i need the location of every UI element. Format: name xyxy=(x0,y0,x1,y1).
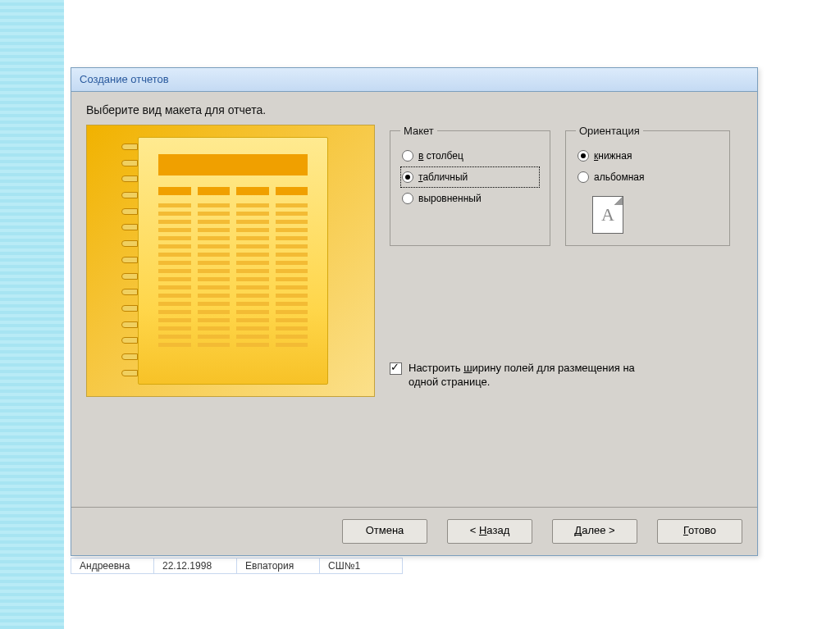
orientation-option[interactable]: книжная xyxy=(576,145,719,166)
layout-group: Макет в столбецтабличныйвыровненный xyxy=(390,125,550,246)
bg-cell: 22.12.1998 xyxy=(153,558,236,574)
layout-legend: Макет xyxy=(400,125,437,137)
layout-label: выровненный xyxy=(418,191,482,206)
orientation-option[interactable]: альбомная xyxy=(576,166,719,188)
cancel-button[interactable]: Отмена xyxy=(342,519,427,544)
bg-cell: СШ№1 xyxy=(319,558,403,574)
page-orientation-icon: A xyxy=(592,196,623,234)
orientation-label: книжная xyxy=(594,148,632,163)
side-stripe xyxy=(0,0,64,629)
radio-icon xyxy=(578,171,589,183)
button-bar: Отмена < Назад Далее > Готово xyxy=(71,507,757,555)
layout-option[interactable]: табличный xyxy=(400,166,540,188)
bg-cell: Евпатория xyxy=(236,558,319,574)
checkbox-icon xyxy=(390,362,402,375)
layout-preview xyxy=(86,125,375,397)
finish-button[interactable]: Готово xyxy=(657,519,742,544)
report-wizard-dialog: Создание отчетов Выберите вид макета для… xyxy=(71,67,758,556)
next-button[interactable]: Далее > xyxy=(552,519,637,544)
radio-icon xyxy=(578,150,589,162)
radio-icon xyxy=(402,150,413,162)
fit-width-label: Настроить ширину полей для размещения на… xyxy=(409,361,663,389)
back-button[interactable]: < Назад xyxy=(447,519,532,544)
layout-option[interactable]: в столбец xyxy=(400,145,540,166)
orientation-label: альбомная xyxy=(594,170,645,185)
layout-label: в столбец xyxy=(418,148,463,163)
orientation-group: Ориентация книжнаяальбомная A xyxy=(565,125,730,246)
instruction-text: Выберите вид макета для отчета. xyxy=(86,103,742,116)
orientation-legend: Ориентация xyxy=(576,125,643,137)
fit-width-checkbox[interactable]: Настроить ширину полей для размещения на… xyxy=(390,361,742,389)
radio-icon xyxy=(402,171,413,183)
layout-option[interactable]: выровненный xyxy=(400,188,540,209)
dialog-title: Создание отчетов xyxy=(71,68,757,92)
bg-cell: Андреевна xyxy=(71,558,153,574)
background-row: Андреевна 22.12.1998 Евпатория СШ№1 xyxy=(71,558,758,574)
radio-icon xyxy=(402,193,413,204)
layout-label: табличный xyxy=(418,170,468,185)
